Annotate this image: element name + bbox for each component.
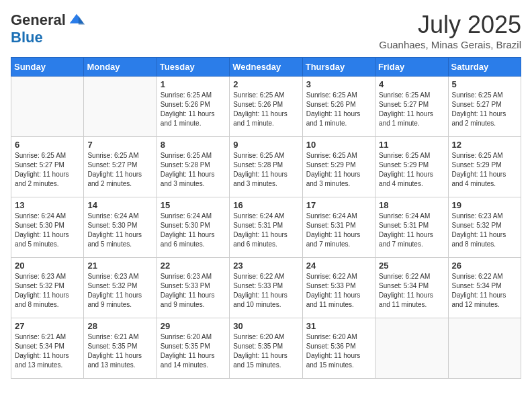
- calendar-cell: 4Sunrise: 6:25 AM Sunset: 5:27 PM Daylig…: [375, 77, 448, 137]
- day-number: 20: [15, 261, 80, 271]
- logo: General Blue: [11, 11, 86, 46]
- calendar-cell: 9Sunrise: 6:25 AM Sunset: 5:28 PM Daylig…: [230, 137, 302, 197]
- day-number: 9: [233, 140, 298, 150]
- calendar-cell: 1Sunrise: 6:25 AM Sunset: 5:26 PM Daylig…: [157, 77, 229, 137]
- day-info: Sunrise: 6:25 AM Sunset: 5:29 PM Dayligh…: [452, 151, 517, 189]
- day-info: Sunrise: 6:23 AM Sunset: 5:32 PM Dayligh…: [87, 272, 152, 310]
- day-number: 6: [15, 140, 80, 150]
- day-number: 25: [379, 261, 444, 271]
- day-number: 1: [161, 79, 226, 89]
- day-number: 12: [452, 140, 517, 150]
- day-number: 2: [233, 79, 298, 89]
- day-number: 18: [379, 200, 444, 210]
- day-number: 16: [233, 200, 298, 210]
- calendar-cell: [11, 77, 84, 137]
- calendar-cell: 13Sunrise: 6:24 AM Sunset: 5:30 PM Dayli…: [11, 197, 84, 258]
- calendar-cell: 19Sunrise: 6:23 AM Sunset: 5:32 PM Dayli…: [448, 197, 521, 258]
- day-number: 5: [452, 79, 517, 89]
- weekday-header-sunday: Sunday: [11, 58, 84, 77]
- day-info: Sunrise: 6:25 AM Sunset: 5:27 PM Dayligh…: [379, 91, 444, 128]
- calendar-cell: 24Sunrise: 6:22 AM Sunset: 5:33 PM Dayli…: [302, 258, 375, 318]
- day-info: Sunrise: 6:25 AM Sunset: 5:26 PM Dayligh…: [233, 91, 298, 128]
- day-number: 29: [161, 321, 226, 331]
- day-number: 11: [379, 140, 444, 150]
- day-number: 7: [87, 140, 152, 150]
- day-info: Sunrise: 6:24 AM Sunset: 5:31 PM Dayligh…: [233, 212, 298, 249]
- calendar-cell: 25Sunrise: 6:22 AM Sunset: 5:34 PM Dayli…: [375, 258, 448, 318]
- weekday-header-wednesday: Wednesday: [230, 58, 302, 77]
- calendar-cell: [84, 77, 157, 137]
- day-info: Sunrise: 6:25 AM Sunset: 5:27 PM Dayligh…: [15, 151, 80, 189]
- day-number: 23: [233, 261, 298, 271]
- calendar-cell: 11Sunrise: 6:25 AM Sunset: 5:29 PM Dayli…: [375, 137, 448, 197]
- day-info: Sunrise: 6:25 AM Sunset: 5:29 PM Dayligh…: [379, 151, 444, 189]
- day-number: 24: [306, 261, 371, 271]
- day-info: Sunrise: 6:24 AM Sunset: 5:30 PM Dayligh…: [87, 212, 152, 249]
- calendar-cell: 29Sunrise: 6:20 AM Sunset: 5:35 PM Dayli…: [157, 318, 229, 379]
- weekday-header-saturday: Saturday: [448, 58, 521, 77]
- calendar-cell: 12Sunrise: 6:25 AM Sunset: 5:29 PM Dayli…: [448, 137, 521, 197]
- calendar-cell: 14Sunrise: 6:24 AM Sunset: 5:30 PM Dayli…: [84, 197, 157, 258]
- day-number: 10: [306, 140, 371, 150]
- day-info: Sunrise: 6:23 AM Sunset: 5:32 PM Dayligh…: [452, 212, 517, 249]
- calendar-cell: 18Sunrise: 6:24 AM Sunset: 5:31 PM Dayli…: [375, 197, 448, 258]
- calendar-cell: 5Sunrise: 6:25 AM Sunset: 5:27 PM Daylig…: [448, 77, 521, 137]
- day-number: 3: [306, 79, 371, 89]
- day-info: Sunrise: 6:22 AM Sunset: 5:34 PM Dayligh…: [452, 272, 517, 310]
- calendar-cell: 15Sunrise: 6:24 AM Sunset: 5:30 PM Dayli…: [157, 197, 229, 258]
- calendar-cell: 30Sunrise: 6:20 AM Sunset: 5:35 PM Dayli…: [230, 318, 302, 379]
- day-number: 31: [306, 321, 371, 331]
- title-block: July 2025 Guanhaes, Minas Gerais, Brazil: [379, 11, 521, 50]
- week-row-4: 20Sunrise: 6:23 AM Sunset: 5:32 PM Dayli…: [11, 258, 521, 318]
- weekday-header-friday: Friday: [375, 58, 448, 77]
- calendar-cell: 20Sunrise: 6:23 AM Sunset: 5:32 PM Dayli…: [11, 258, 84, 318]
- day-info: Sunrise: 6:24 AM Sunset: 5:31 PM Dayligh…: [306, 212, 371, 249]
- day-info: Sunrise: 6:25 AM Sunset: 5:28 PM Dayligh…: [233, 151, 298, 189]
- month-title: July 2025: [379, 11, 521, 39]
- day-number: 14: [87, 200, 152, 210]
- calendar-cell: 21Sunrise: 6:23 AM Sunset: 5:32 PM Dayli…: [84, 258, 157, 318]
- day-info: Sunrise: 6:25 AM Sunset: 5:26 PM Dayligh…: [306, 91, 371, 128]
- calendar-cell: 17Sunrise: 6:24 AM Sunset: 5:31 PM Dayli…: [302, 197, 375, 258]
- day-info: Sunrise: 6:21 AM Sunset: 5:34 PM Dayligh…: [15, 332, 80, 370]
- calendar-cell: 26Sunrise: 6:22 AM Sunset: 5:34 PM Dayli…: [448, 258, 521, 318]
- location: Guanhaes, Minas Gerais, Brazil: [379, 39, 521, 50]
- day-number: 13: [15, 200, 80, 210]
- calendar-cell: 16Sunrise: 6:24 AM Sunset: 5:31 PM Dayli…: [230, 197, 302, 258]
- day-number: 30: [233, 321, 298, 331]
- day-info: Sunrise: 6:22 AM Sunset: 5:34 PM Dayligh…: [379, 272, 444, 310]
- day-info: Sunrise: 6:25 AM Sunset: 5:28 PM Dayligh…: [161, 151, 226, 189]
- day-info: Sunrise: 6:25 AM Sunset: 5:29 PM Dayligh…: [306, 151, 371, 189]
- calendar-cell: 8Sunrise: 6:25 AM Sunset: 5:28 PM Daylig…: [157, 137, 229, 197]
- day-info: Sunrise: 6:25 AM Sunset: 5:26 PM Dayligh…: [161, 91, 226, 128]
- week-row-1: 1Sunrise: 6:25 AM Sunset: 5:26 PM Daylig…: [11, 77, 521, 137]
- logo-general: General: [11, 12, 66, 28]
- calendar-cell: 7Sunrise: 6:25 AM Sunset: 5:27 PM Daylig…: [84, 137, 157, 197]
- week-row-3: 13Sunrise: 6:24 AM Sunset: 5:30 PM Dayli…: [11, 197, 521, 258]
- day-number: 15: [161, 200, 226, 210]
- day-info: Sunrise: 6:25 AM Sunset: 5:27 PM Dayligh…: [87, 151, 152, 189]
- logo-icon: [67, 11, 86, 30]
- page-header: General Blue July 2025 Guanhaes, Minas G…: [11, 11, 521, 50]
- day-number: 4: [379, 79, 444, 89]
- calendar-cell: 27Sunrise: 6:21 AM Sunset: 5:34 PM Dayli…: [11, 318, 84, 379]
- day-info: Sunrise: 6:20 AM Sunset: 5:36 PM Dayligh…: [306, 332, 371, 370]
- day-info: Sunrise: 6:23 AM Sunset: 5:33 PM Dayligh…: [161, 272, 226, 310]
- day-number: 17: [306, 200, 371, 210]
- calendar-cell: 22Sunrise: 6:23 AM Sunset: 5:33 PM Dayli…: [157, 258, 229, 318]
- weekday-header-thursday: Thursday: [302, 58, 375, 77]
- day-info: Sunrise: 6:24 AM Sunset: 5:31 PM Dayligh…: [379, 212, 444, 249]
- day-number: 28: [87, 321, 152, 331]
- day-info: Sunrise: 6:22 AM Sunset: 5:33 PM Dayligh…: [233, 272, 298, 310]
- week-row-5: 27Sunrise: 6:21 AM Sunset: 5:34 PM Dayli…: [11, 318, 521, 379]
- weekday-header-monday: Monday: [84, 58, 157, 77]
- day-number: 19: [452, 200, 517, 210]
- calendar-cell: [448, 318, 521, 379]
- day-info: Sunrise: 6:24 AM Sunset: 5:30 PM Dayligh…: [15, 212, 80, 249]
- day-number: 8: [161, 140, 226, 150]
- day-info: Sunrise: 6:20 AM Sunset: 5:35 PM Dayligh…: [161, 332, 226, 370]
- calendar-table: SundayMondayTuesdayWednesdayThursdayFrid…: [11, 57, 521, 379]
- calendar-cell: [375, 318, 448, 379]
- weekday-header-tuesday: Tuesday: [157, 58, 229, 77]
- calendar-cell: 3Sunrise: 6:25 AM Sunset: 5:26 PM Daylig…: [302, 77, 375, 137]
